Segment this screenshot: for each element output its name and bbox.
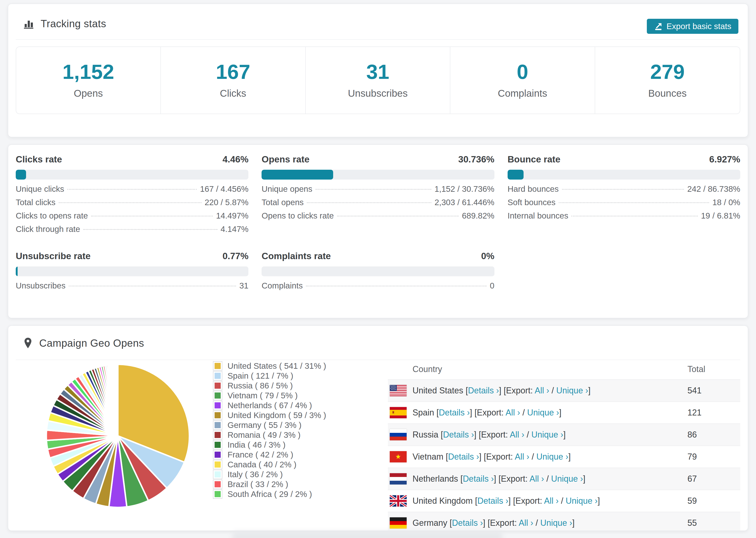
country-links: Germany [Details ›] [Export: All › / Uni… [412,518,574,528]
panel-title: Unsubscribe rate [16,251,91,261]
export-unique-link[interactable]: Unique › [531,430,563,439]
progress-fill [16,170,26,180]
details-link[interactable]: Details › [468,386,499,395]
detail-row: Opens to clicks rate689.82% [261,211,494,224]
details-link[interactable]: Details › [448,452,479,461]
export-all-link[interactable]: All › [519,518,533,528]
detail-row: Total opens2,303 / 61.446% [261,198,494,211]
country-cell: Netherlands [Details ›] [Export: All › /… [412,474,687,484]
legend-swatch [213,460,222,469]
export-basic-stats-button[interactable]: Export basic stats [647,19,738,34]
legend-item-italy: Italy ( 36 / 2% ) [213,469,326,479]
stat-label: Bounces [648,88,686,99]
static-text: Spain [ [412,408,439,417]
static-text: ] [Export: [483,518,519,528]
stat-value: 1,152 [63,62,114,82]
detail-value: 1,152 / 30.736% [435,184,495,194]
legend-item-france: France ( 42 / 2% ) [213,450,326,459]
legend-item-south-africa: South Africa ( 29 / 2% ) [213,489,326,499]
panel-title: Complaints rate [261,251,331,261]
stat-value: 279 [650,62,685,82]
column-header-total: Total [687,364,740,374]
stat-label: Complaints [498,88,547,99]
legend-label: Netherlands ( 67 / 4% ) [228,401,312,410]
detail-value: 31 [239,281,248,290]
table-row-netherlands: Netherlands [Details ›] [Export: All › /… [388,467,740,490]
legend-swatch [213,489,222,499]
total-cell: 121 [687,408,740,418]
panel-value: 0% [481,251,494,261]
rates-card: Clicks rate4.46%Unique clicks167 / 4.456… [8,144,748,318]
table-body: United States [Details ›] [Export: All ›… [388,379,740,531]
rate-panels-grid: Clicks rate4.46%Unique clicks167 / 4.456… [16,154,740,295]
details-link[interactable]: Details › [477,496,508,506]
table-row-russia: Russia [Details ›] [Export: All › / Uniq… [388,423,740,446]
progress-fill [261,170,333,180]
export-unique-link[interactable]: Unique › [527,408,559,417]
total-cell: 541 [687,386,740,396]
country-cell: Spain [Details ›] [Export: All › / Uniqu… [412,408,687,418]
dotted-leader [562,189,684,190]
panel-value: 6.927% [709,154,740,165]
country-links: Spain [Details ›] [Export: All › / Uniqu… [412,408,561,417]
legend-swatch [213,440,222,450]
geo-opens-card: Campaign Geo Opens United States ( 541 /… [8,325,748,531]
details-link[interactable]: Details › [452,518,483,528]
country-links: Russia [Details ›] [Export: All › / Uniq… [412,430,566,439]
detail-value: 242 / 86.738% [687,184,740,194]
flag-vn-icon [390,451,406,462]
stat-label: Clicks [220,88,246,99]
stat-value: 31 [366,62,389,82]
country-cell: United States [Details ›] [Export: All ›… [412,386,687,396]
table-row-germany: Germany [Details ›] [Export: All › / Uni… [388,512,740,531]
page-title: Tracking stats [41,18,106,29]
country-cell: United Kingdom [Details ›] [Export: All … [412,496,687,506]
details-link[interactable]: Details › [463,474,494,484]
dotted-leader [83,229,217,230]
panel-detail-rows: Complaints0 [261,281,494,295]
export-unique-link[interactable]: Unique › [566,496,598,506]
static-text: Germany [ [412,518,452,528]
export-unique-link[interactable]: Unique › [551,474,583,484]
dotted-leader [307,202,431,203]
detail-value: 220 / 5.87% [205,198,249,207]
export-unique-link[interactable]: Unique › [536,452,568,461]
export-all-link[interactable]: All › [515,452,529,461]
country-cell: Vietnam [Details ›] [Export: All › / Uni… [412,452,687,462]
legend-label: Vietnam ( 79 / 5% ) [228,391,298,400]
export-all-link[interactable]: All › [544,496,559,506]
export-unique-link[interactable]: Unique › [556,386,588,395]
panel-header: Clicks rate4.46% [16,154,248,166]
export-all-link[interactable]: All › [510,430,524,439]
legend-label: United States ( 541 / 31% ) [228,361,326,371]
detail-row: Click through rate4.147% [16,224,248,238]
detail-row: Internal bounces19 / 6.81% [508,211,740,224]
export-all-link[interactable]: All › [529,474,544,484]
static-text: / [533,518,540,528]
stat-cell-complaints: 0Complaints [450,47,595,114]
detail-value: 14.497% [216,211,248,220]
stat-value: 167 [216,62,250,82]
export-unique-link[interactable]: Unique › [540,518,572,528]
legend-swatch [213,401,222,410]
rate-panel-unsubscribe-rate: Unsubscribe rate0.77%Unsubscribes31 [16,251,248,295]
export-all-link[interactable]: All › [506,408,520,417]
rate-panel-opens-rate: Opens rate30.736%Unique opens1,152 / 30.… [261,154,494,238]
detail-row: Unique clicks167 / 4.456% [16,184,248,198]
legend-label: Canada ( 40 / 2% ) [228,460,297,469]
detail-label: Clicks to opens rate [16,211,88,220]
export-all-link[interactable]: All › [535,386,549,395]
dotted-leader [59,202,201,203]
static-text: / [529,452,536,461]
legend-item-spain: Spain ( 121 / 7% ) [213,371,326,381]
detail-label: Total clicks [16,198,55,207]
legend-swatch [213,420,222,430]
country-links: Vietnam [Details ›] [Export: All › / Uni… [412,452,571,461]
total-cell: 55 [687,518,740,528]
details-link[interactable]: Details › [439,408,470,417]
details-link[interactable]: Details › [443,430,474,439]
legend-swatch [213,480,222,489]
panel-detail-rows: Unsubscribes31 [16,281,248,295]
detail-label: Hard bounces [508,184,559,194]
static-text: / [520,408,527,417]
